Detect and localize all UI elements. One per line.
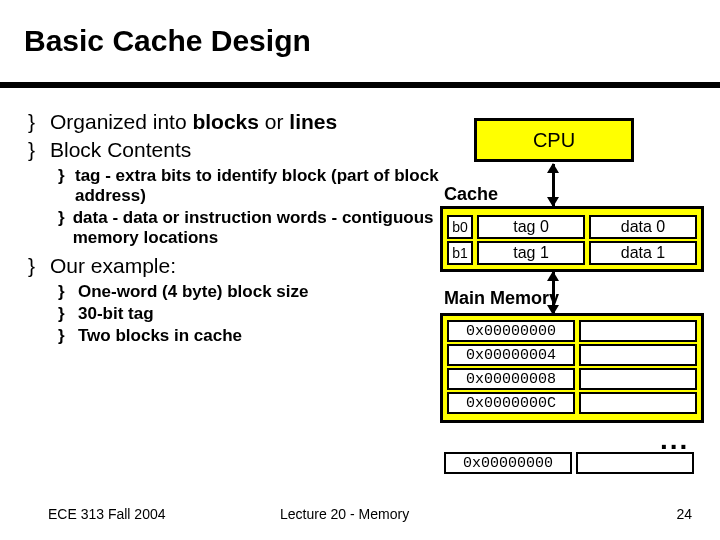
main-memory-box: 0x00000000 0x00000004 0x00000008 0x00000… bbox=[440, 313, 704, 423]
bold: lines bbox=[289, 110, 337, 133]
footer-left: ECE 313 Fall 2004 bbox=[48, 506, 166, 522]
mm-addr: 0x00000000 bbox=[447, 320, 575, 342]
mm-data bbox=[579, 392, 697, 414]
mm-data bbox=[579, 368, 697, 390]
bullet-marker: } bbox=[58, 326, 78, 346]
mm-addr: 0x00000008 bbox=[447, 368, 575, 390]
bullet-marker: } bbox=[58, 208, 73, 248]
bullet-text: One-word (4 byte) block size bbox=[78, 282, 309, 302]
cache-box: b0 tag 0 data 0 b1 tag 1 data 1 bbox=[440, 206, 704, 272]
bullet-text: Block Contents bbox=[50, 138, 191, 162]
bullet-marker: } bbox=[28, 138, 50, 162]
footer-center: Lecture 20 - Memory bbox=[280, 506, 409, 522]
bullet-text: Our example: bbox=[50, 254, 176, 278]
bullet-3-sub-1: } One-word (4 byte) block size bbox=[58, 282, 448, 302]
footer-right: 24 bbox=[676, 506, 692, 522]
cpu-box: CPU bbox=[474, 118, 634, 162]
cache-cell: b1 bbox=[447, 241, 473, 265]
mm-addr-extra: 0x00000000 bbox=[444, 452, 572, 474]
text: - extra bits to identify block (part of … bbox=[75, 166, 439, 205]
mm-data bbox=[579, 320, 697, 342]
bullet-text: Organized into blocks or lines bbox=[50, 110, 337, 134]
title-divider bbox=[0, 82, 720, 88]
cache-cell: b0 bbox=[447, 215, 473, 239]
bold: tag bbox=[75, 166, 101, 185]
bullet-marker: } bbox=[28, 110, 50, 134]
text: or bbox=[259, 110, 289, 133]
bullet-3-sub-3: } Two blocks in cache bbox=[58, 326, 448, 346]
bullet-text: tag - extra bits to identify block (part… bbox=[75, 166, 448, 206]
bullet-1: } Organized into blocks or lines bbox=[28, 110, 448, 134]
cache-label: Cache bbox=[444, 184, 498, 205]
text: - data or instruction words - contiguous… bbox=[73, 208, 434, 247]
bullet-content: } Organized into blocks or lines } Block… bbox=[28, 110, 448, 348]
bullet-3-sub-2: } 30-bit tag bbox=[58, 304, 448, 324]
cache-cell: tag 0 bbox=[477, 215, 585, 239]
main-memory-label: Main Memory bbox=[444, 288, 559, 309]
mm-addr: 0x00000004 bbox=[447, 344, 575, 366]
bullet-marker: } bbox=[58, 282, 78, 302]
bullet-marker: } bbox=[58, 166, 75, 206]
bullet-text: Two blocks in cache bbox=[78, 326, 242, 346]
cache-cell: tag 1 bbox=[477, 241, 585, 265]
text: Organized into bbox=[50, 110, 192, 133]
cache-cell: data 0 bbox=[589, 215, 697, 239]
bold: data bbox=[73, 208, 108, 227]
bold: blocks bbox=[192, 110, 259, 133]
bullet-marker: } bbox=[28, 254, 50, 278]
arrow-icon bbox=[552, 164, 555, 206]
bullet-2: } Block Contents bbox=[28, 138, 448, 162]
slide-title: Basic Cache Design bbox=[24, 24, 311, 58]
mm-addr: 0x0000000C bbox=[447, 392, 575, 414]
bullet-3: } Our example: bbox=[28, 254, 448, 278]
mm-data-extra bbox=[576, 452, 694, 474]
bullet-text: data - data or instruction words - conti… bbox=[73, 208, 448, 248]
mm-data bbox=[579, 344, 697, 366]
bullet-2-sub-1: } tag - extra bits to identify block (pa… bbox=[58, 166, 448, 206]
bullet-text: 30-bit tag bbox=[78, 304, 154, 324]
bullet-2-sub-2: } data - data or instruction words - con… bbox=[58, 208, 448, 248]
bullet-marker: } bbox=[58, 304, 78, 324]
cache-cell: data 1 bbox=[589, 241, 697, 265]
